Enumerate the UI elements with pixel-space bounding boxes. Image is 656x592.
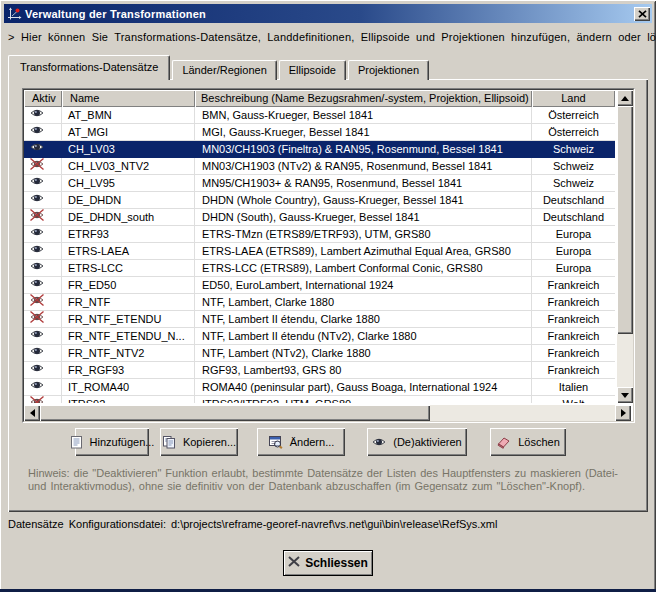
loeschen-button-label: Löschen — [518, 436, 560, 448]
transformations-table: Aktiv Name Beschreibung (Name Bezugsrahm… — [22, 88, 635, 423]
land-cell: Europa — [532, 260, 615, 277]
eye-icon — [30, 192, 44, 208]
land-cell: Europa — [532, 226, 615, 243]
name-cell: FR_NTF_ETENDU_N... — [62, 328, 195, 345]
column-header-name[interactable]: Name — [62, 90, 195, 107]
kopieren-button[interactable]: Kopieren... — [160, 428, 238, 456]
tab-transformations-datensaetze[interactable]: Transformations-Datensätze — [8, 55, 170, 80]
eye-icon — [30, 243, 44, 259]
eye-icon — [30, 362, 44, 378]
title-bar[interactable]: Verwaltung der Transformationen — [4, 4, 652, 23]
eye-icon — [30, 328, 44, 344]
name-cell: DE_DHDN_south — [62, 209, 195, 226]
aktiv-cell — [24, 107, 62, 124]
column-header-beschreibung[interactable]: Beschreibung (Name Bezugsrahmen/-system,… — [195, 90, 532, 107]
table-row[interactable]: AT_MGIMGI, Gauss-Krueger, Bessel 1841Öst… — [24, 124, 615, 141]
name-cell: FR_NTF_ETENDU — [62, 311, 195, 328]
table-body: AT_BMNBMN, Gauss-Krueger, Bessel 1841Öst… — [24, 107, 615, 403]
eye-crossed-icon — [30, 396, 44, 403]
tab-page-transformations: Aktiv Name Beschreibung (Name Bezugsrahm… — [8, 79, 648, 512]
close-button[interactable] — [634, 7, 650, 21]
land-cell: Frankreich — [532, 362, 615, 379]
scroll-right-button[interactable] — [615, 405, 631, 421]
de-aktivieren-button-label: (De)aktivieren — [393, 436, 461, 448]
aktiv-cell — [24, 209, 62, 226]
table-row[interactable]: FR_RGF93RGF93, Lambert93, GRS 80Frankrei… — [24, 362, 615, 379]
aktiv-cell — [24, 192, 62, 209]
intro-text: > Hier können Sie Transformations-Datens… — [8, 31, 656, 43]
hinweis-text: Hinweis: die "Deaktivieren" Funktion erl… — [28, 467, 636, 493]
aktiv-cell — [24, 328, 62, 345]
eye-icon — [30, 141, 44, 157]
edit-form-icon — [268, 435, 283, 449]
aktiv-cell — [24, 396, 62, 403]
tab-laender-regionen[interactable]: Länder/Regionen — [172, 60, 276, 80]
dialog-verwaltung-der-transformationen: Verwaltung der Transformationen > Hier k… — [0, 0, 656, 592]
aktiv-cell — [24, 294, 62, 311]
description-cell: NTF, Lambert (NTv2), Clarke 1880 — [195, 345, 532, 362]
column-header-aktiv[interactable]: Aktiv — [24, 90, 62, 107]
tab-ellipsoide[interactable]: Ellipsoide — [279, 60, 346, 80]
name-cell: ETRS-LCC — [62, 260, 195, 277]
description-cell: MN03/CH1903 (NTv2) & RAN95, Rosenmund, B… — [195, 158, 532, 175]
table-row[interactable]: ITRS92ITRS92/ITRF92, UTM, GRS80Welt — [24, 396, 615, 403]
aktiv-cell — [24, 277, 62, 294]
table-row[interactable]: DE_DHDNDHDN (Whole Country), Gauss-Krueg… — [24, 192, 615, 209]
description-cell: RGF93, Lambert93, GRS 80 — [195, 362, 532, 379]
name-cell: CH_LV95 — [62, 175, 195, 192]
table-row[interactable]: CH_LV03_NTV2MN03/CH1903 (NTv2) & RAN95, … — [24, 158, 615, 175]
vertical-scrollbar[interactable] — [617, 90, 633, 403]
close-x-icon — [288, 556, 300, 570]
land-cell: Frankreich — [532, 328, 615, 345]
tab-projektionen[interactable]: Projektionen — [348, 60, 429, 80]
scroll-left-button[interactable] — [24, 405, 40, 421]
name-cell: DE_DHDN — [62, 192, 195, 209]
eye-icon — [30, 175, 44, 191]
loeschen-button[interactable]: Löschen — [490, 428, 566, 456]
eye-icon — [30, 379, 44, 395]
table-row[interactable]: AT_BMNBMN, Gauss-Krueger, Bessel 1841Öst… — [24, 107, 615, 124]
arrow-up-icon — [621, 96, 629, 101]
land-cell: Österreich — [532, 107, 615, 124]
scroll-down-button[interactable] — [617, 387, 633, 403]
name-cell: AT_MGI — [62, 124, 195, 141]
table-row[interactable]: FR_NTF_ETENDU_N...NTF, Lambert II étendu… — [24, 328, 615, 345]
land-cell: Österreich — [532, 124, 615, 141]
land-cell: Frankreich — [532, 345, 615, 362]
table-row[interactable]: FR_ED50ED50, EuroLambert, International … — [24, 277, 615, 294]
table-row[interactable]: FR_NTFNTF, Lambert, Clarke 1880Frankreic… — [24, 294, 615, 311]
table-row[interactable]: FR_NTF_ETENDUNTF, Lambert II étendu, Cla… — [24, 311, 615, 328]
eye-crossed-icon — [30, 294, 44, 310]
table-row[interactable]: ETRS-LAEAETRS-LAEA (ETRS89), Lambert Azi… — [24, 243, 615, 260]
table-row[interactable]: CH_LV95MN95/CH1903+ & RAN95, Rosenmund, … — [24, 175, 615, 192]
table-row[interactable]: IT_ROMA40ROMA40 (peninsular part), Gauss… — [24, 379, 615, 396]
schliessen-button[interactable]: Schliessen — [283, 550, 373, 576]
horizontal-scrollbar-thumb[interactable] — [40, 405, 430, 421]
vertical-scrollbar-thumb[interactable] — [617, 106, 633, 334]
description-cell: NTF, Lambert, Clarke 1880 — [195, 294, 532, 311]
table-row[interactable]: FR_NTF_NTV2NTF, Lambert (NTv2), Clarke 1… — [24, 345, 615, 362]
land-cell: Europa — [532, 243, 615, 260]
eye-crossed-icon — [30, 311, 44, 327]
table-row[interactable]: ETRS-LCCETRS-LCC (ETRS89), Lambert Confo… — [24, 260, 615, 277]
name-cell: IT_ROMA40 — [62, 379, 195, 396]
scroll-up-button[interactable] — [617, 90, 633, 106]
close-icon — [638, 6, 647, 21]
table-row[interactable]: ETRF93ETRS-TMzn (ETRS89/ETRF93), UTM, GR… — [24, 226, 615, 243]
column-header-land[interactable]: Land — [532, 90, 615, 107]
hinzufuegen-button[interactable]: Hinzufügen... — [75, 428, 149, 456]
table-row[interactable]: DE_DHDN_southDHDN (South), Gauss-Krueger… — [24, 209, 615, 226]
de-aktivieren-button[interactable]: (De)aktivieren — [367, 428, 467, 456]
aktiv-cell — [24, 379, 62, 396]
horizontal-scrollbar[interactable] — [24, 405, 631, 421]
land-cell: Welt — [532, 396, 615, 403]
aendern-button-label: Ändern... — [290, 436, 335, 448]
table-row[interactable]: CH_LV03MN03/CH1903 (Fineltra) & RAN95, R… — [24, 141, 615, 158]
aendern-button[interactable]: Ändern... — [257, 428, 345, 456]
table-header-row: Aktiv Name Beschreibung (Name Bezugsrahm… — [24, 90, 615, 107]
description-cell: ED50, EuroLambert, International 1924 — [195, 277, 532, 294]
aktiv-cell — [24, 124, 62, 141]
tab-bar: Transformations-Datensätze Länder/Region… — [8, 56, 431, 80]
eye-icon — [30, 260, 44, 276]
land-cell: Frankreich — [532, 294, 615, 311]
